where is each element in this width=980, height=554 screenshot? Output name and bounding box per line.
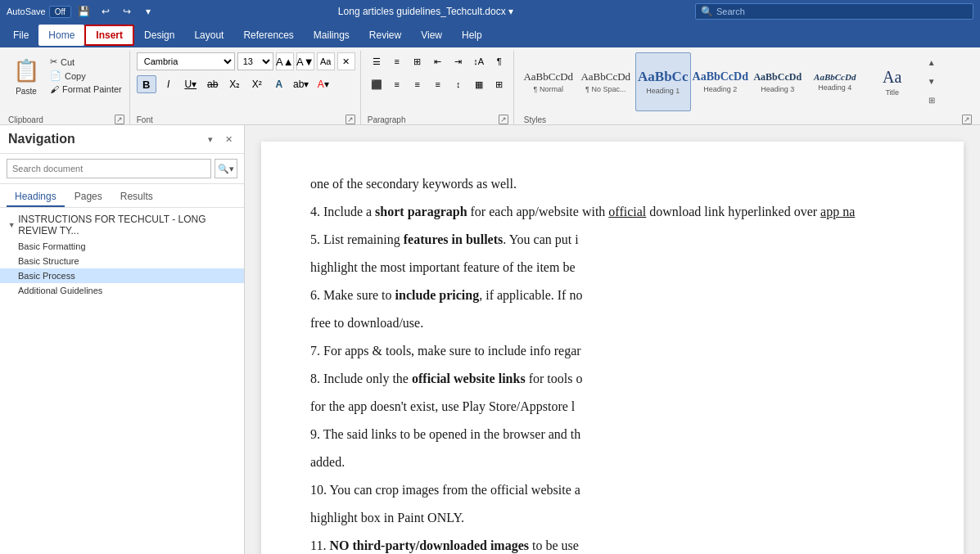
cut-label: Cut — [61, 57, 75, 67]
text-effect-button[interactable]: A — [269, 75, 289, 93]
menu-item-mailings[interactable]: Mailings — [304, 25, 359, 46]
italic-button[interactable]: I — [159, 75, 178, 93]
nav-header: Navigation ▾ ✕ — [0, 125, 244, 154]
font-name-select[interactable]: Cambria — [137, 52, 235, 70]
autosave-toggle[interactable]: Off — [49, 6, 71, 18]
menu-item-file[interactable]: File — [3, 25, 38, 46]
customize-icon[interactable]: ▾ — [140, 3, 156, 20]
document-title: Long articles guidelines_Techcult.docx ▾ — [156, 6, 695, 17]
increase-indent-button[interactable]: ⇥ — [449, 52, 467, 70]
nav-search-button[interactable]: 🔍▾ — [215, 159, 237, 178]
copy-button[interactable]: 📄 Copy — [47, 70, 124, 82]
style-heading2[interactable]: AaBbCcDd Heading 2 — [693, 52, 748, 111]
menu-item-home[interactable]: Home — [38, 25, 84, 46]
style-h4-preview: AaBbCcDd — [814, 72, 856, 82]
nav-tree-basic-process[interactable]: Basic Process — [0, 268, 244, 283]
menu-item-help[interactable]: Help — [452, 25, 492, 46]
align-right-button[interactable]: ≡ — [409, 75, 427, 93]
paste-button[interactable]: 📋 Paste — [8, 52, 44, 99]
menu-item-view[interactable]: View — [411, 25, 452, 46]
borders-button[interactable]: ⊞ — [490, 75, 508, 93]
nav-tree-basic-formatting-label: Basic Formatting — [18, 241, 86, 251]
nav-tab-pages[interactable]: Pages — [66, 187, 111, 207]
font-color-button[interactable]: A▾ — [314, 75, 333, 93]
highlight-color-button[interactable]: ab▾ — [291, 75, 311, 93]
menu-item-layout[interactable]: Layout — [184, 25, 233, 46]
title-bar: AutoSave Off 💾 ↩ ↪ ▾ Long articles guide… — [0, 0, 980, 23]
undo-icon[interactable]: ↩ — [97, 3, 114, 20]
justify-button[interactable]: ≡ — [429, 75, 447, 93]
show-formatting-button[interactable]: ¶ — [490, 52, 508, 70]
clear-formatting-button[interactable]: ✕ — [337, 52, 355, 70]
styles-more[interactable]: ⊞ — [925, 92, 938, 108]
style-heading1[interactable]: AaBbCc Heading 1 — [635, 52, 691, 111]
numbering-button[interactable]: ≡ — [388, 52, 406, 70]
subscript-button[interactable]: X₂ — [225, 75, 245, 93]
change-case-button[interactable]: Aa — [317, 52, 335, 70]
menu-item-design[interactable]: Design — [134, 25, 184, 46]
align-left-button[interactable]: ⬛ — [368, 75, 386, 93]
line-spacing-button[interactable]: ↕ — [449, 75, 467, 93]
style-normal[interactable]: AaBbCcDd ¶ Normal — [521, 52, 576, 111]
nav-search-input[interactable] — [7, 159, 211, 178]
decrease-font-button[interactable]: A▼ — [296, 52, 314, 70]
decrease-indent-button[interactable]: ⇤ — [429, 52, 447, 70]
menu-item-review[interactable]: Review — [359, 25, 411, 46]
paste-icon: 📋 — [11, 56, 41, 85]
cut-button[interactable]: ✂ Cut — [47, 56, 124, 68]
redo-icon[interactable]: ↪ — [119, 3, 135, 20]
nav-options-button[interactable]: ▾ — [203, 132, 218, 146]
document-page: one of the secondary keywords as well. 4… — [261, 142, 964, 554]
doc-para-8: 8. Include only the official website lin… — [310, 369, 915, 389]
styles-expand[interactable]: ↗ — [962, 115, 972, 124]
paste-label: Paste — [16, 87, 37, 96]
paragraph-content: ☰ ≡ ⊞ ⇤ ⇥ ↕A ¶ ⬛ ≡ ≡ ≡ ↕ ▦ ⊞ — [368, 52, 508, 114]
paragraph-expand[interactable]: ↗ — [499, 115, 508, 124]
superscript-button[interactable]: X² — [247, 75, 267, 93]
menu-item-references[interactable]: References — [233, 25, 303, 46]
autosave-label: AutoSave — [7, 7, 46, 16]
nav-tree-basic-formatting[interactable]: Basic Formatting — [0, 239, 244, 254]
align-center-button[interactable]: ≡ — [388, 75, 406, 93]
underline-button[interactable]: U▾ — [181, 75, 201, 93]
global-search[interactable]: 🔍 — [695, 3, 973, 20]
style-h1-label: Heading 1 — [646, 87, 680, 95]
nav-tree-expand-root[interactable]: ▼ — [7, 219, 16, 231]
nav-tree-root[interactable]: ▼ INSTRUCTIONS FOR TECHCULT - LONG REVIE… — [0, 211, 244, 239]
nav-close-button[interactable]: ✕ — [221, 132, 236, 146]
nav-tab-results[interactable]: Results — [112, 187, 161, 207]
doc-para-3: 5. List remaining features in bullets. Y… — [310, 230, 915, 250]
nav-tree-additional-guidelines[interactable]: Additional Guidelines — [0, 283, 244, 298]
doc-para-2: 4. Include a short paragraph for each ap… — [310, 202, 915, 222]
font-row2: B I U▾ ab X₂ X² A ab▾ A▾ — [137, 75, 333, 93]
format-painter-button[interactable]: 🖌 Format Painter — [47, 83, 124, 95]
bold-button[interactable]: B — [137, 75, 156, 93]
shading-button[interactable]: ▦ — [470, 75, 488, 93]
font-size-select[interactable]: 13 — [237, 52, 273, 70]
style-heading4[interactable]: AaBbCcDd Heading 4 — [807, 52, 863, 111]
strikethrough-button[interactable]: ab — [203, 75, 223, 93]
nav-tab-headings[interactable]: Headings — [7, 187, 65, 207]
clipboard-content: 📋 Paste ✂ Cut 📄 Copy 🖌 Format Painter — [8, 52, 124, 114]
bullets-button[interactable]: ☰ — [368, 52, 386, 70]
save-icon[interactable]: 💾 — [76, 3, 93, 20]
multilevel-list-button[interactable]: ⊞ — [409, 52, 427, 70]
style-heading3[interactable]: AaBbCcDd Heading 3 — [750, 52, 806, 111]
title-bar-right: 🔍 — [695, 3, 973, 20]
nav-tree-basic-structure[interactable]: Basic Structure — [0, 254, 244, 268]
paragraph-group-label: Paragraph — [368, 115, 406, 124]
styles-scroll-down[interactable]: ▼ — [925, 73, 938, 89]
style-no-space[interactable]: AaBbCcDd ¶ No Spac... — [578, 52, 634, 111]
styles-scroll-up[interactable]: ▲ — [925, 54, 938, 70]
style-title[interactable]: Aa Title — [865, 52, 920, 111]
styles-footer: Styles ↗ — [521, 114, 972, 124]
clipboard-expand[interactable]: ↗ — [115, 115, 124, 124]
global-search-input[interactable] — [716, 7, 968, 16]
sort-button[interactable]: ↕A — [470, 52, 488, 70]
format-painter-icon: 🖌 — [50, 84, 59, 94]
navigation-panel: Navigation ▾ ✕ 🔍▾ Headings Pages Results… — [0, 125, 245, 554]
font-expand[interactable]: ↗ — [345, 115, 355, 124]
menu-item-insert[interactable]: Insert — [84, 25, 134, 46]
increase-font-button[interactable]: A▲ — [276, 52, 294, 70]
ribbon: 📋 Paste ✂ Cut 📄 Copy 🖌 Format Painter — [0, 47, 980, 125]
